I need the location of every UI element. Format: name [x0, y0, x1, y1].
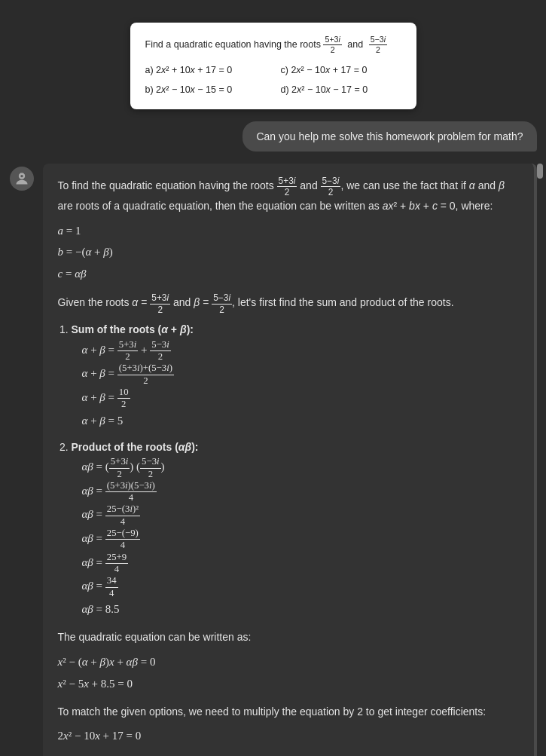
option-d: d) 2x² − 10x − 17 = 0	[281, 82, 401, 97]
svg-point-1	[20, 175, 23, 177]
root2-fraction: 5−3i2	[369, 39, 387, 50]
option-c: c) 2x² − 10x + 17 = 0	[281, 63, 401, 78]
ai-icon	[14, 171, 29, 186]
ai-response-container: To find the quadratic equation having th…	[10, 164, 537, 757]
scrollbar-top[interactable]	[537, 164, 543, 179]
option-a: a) 2x² + 10x + 17 = 0	[145, 63, 266, 78]
product-math: αβ = (5+3i2) (5−3i2) αβ = (5+3i)(5−3i)4 …	[82, 456, 519, 620]
question-options: a) 2x² + 10x + 17 = 0 c) 2x² − 10x + 17 …	[145, 63, 401, 97]
connector-text: and	[347, 39, 363, 50]
step-sum: Sum of the roots (α + β): α + β = 5+3i2 …	[72, 321, 519, 431]
prod-line3: αβ = 25−(3i)²4	[82, 503, 519, 528]
given-paragraph: Given the roots α = 5+3i2 and β = 5−3i2,…	[58, 292, 519, 315]
intro-root2: 5−3i2	[321, 176, 341, 198]
quadratic-eq1: x² − (α + β)x + αβ = 0	[58, 653, 519, 672]
user-message: Can you help me solve this homework prob…	[242, 121, 536, 152]
root1-fraction: 5+3i2	[323, 39, 344, 50]
var-b: b = −(α + β)	[58, 243, 519, 262]
question-header: Find a quadratic equation having the roo…	[145, 35, 401, 55]
question-text: Find a quadratic equation having the roo…	[145, 39, 322, 50]
given-root1: 5+3i2	[150, 292, 170, 315]
prod-line7: αβ = 8.5	[82, 599, 519, 620]
intro-root1: 5+3i2	[277, 176, 297, 198]
prod-line4: αβ = 25−(−9)4	[82, 528, 519, 552]
option-b: b) 2x² − 10x − 15 = 0	[145, 82, 266, 97]
final-equation: 2x² − 10x + 17 = 0	[58, 727, 519, 746]
sum-math: α + β = 5+3i2 + 5−3i2 α + β = (5+3i)+(5−…	[82, 339, 519, 431]
sum-line3: α + β = 102	[82, 387, 519, 411]
chat-container: Find a quadratic equation having the roo…	[10, 15, 537, 756]
sum-line2: α + β = (5+3i)+(5−3i)2	[82, 363, 519, 387]
quadratic-intro: The quadratic equation can be written as…	[58, 629, 519, 647]
sum-header: Sum of the roots (α + β):	[72, 323, 194, 335]
prod-line1: αβ = (5+3i2) (5−3i2)	[82, 456, 519, 480]
question-card: Find a quadratic equation having the roo…	[130, 23, 416, 109]
prod-line2: αβ = (5+3i)(5−3i)4	[82, 480, 519, 504]
multiply-text: To match the given options, we need to m…	[58, 703, 519, 721]
sum-line4: α + β = 5	[82, 411, 519, 431]
var-a: a = 1	[58, 222, 519, 241]
step-product: Product of the roots (αβ): αβ = (5+3i2) …	[72, 439, 519, 620]
sum-line1: α + β = 5+3i2 + 5−3i2	[82, 339, 519, 363]
prod-line6: αβ = 344	[82, 575, 519, 599]
quadratic-eq2: x² − 5x + 8.5 = 0	[58, 675, 519, 694]
ai-avatar	[10, 167, 34, 191]
ai-content: To find the quadratic equation having th…	[43, 164, 537, 757]
product-header: Product of the roots (αβ):	[72, 441, 199, 453]
intro-paragraph: To find the quadratic equation having th…	[58, 176, 519, 216]
prod-line5: αβ = 25+94	[82, 552, 519, 576]
var-c: c = αβ	[58, 265, 519, 284]
var-definitions: a = 1 b = −(α + β) c = αβ	[58, 222, 519, 284]
solution-steps: Sum of the roots (α + β): α + β = 5+3i2 …	[72, 321, 519, 620]
given-root2: 5−3i2	[212, 292, 232, 315]
